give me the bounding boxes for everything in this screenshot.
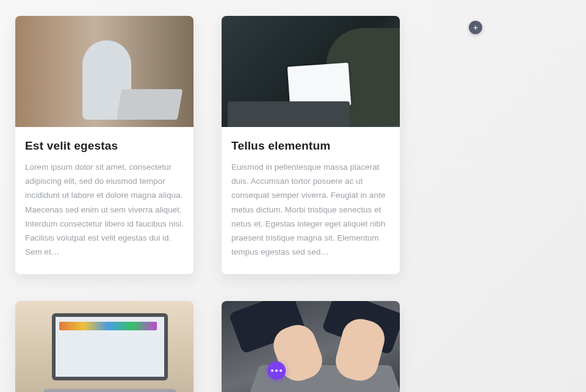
blog-card[interactable] [15,301,194,392]
card-title: Est velit egestas [25,139,184,153]
card-excerpt: Euismod in pellentesque massa placerat d… [231,160,390,260]
plus-icon: + [473,23,478,32]
add-button[interactable]: + [469,21,482,34]
more-button[interactable] [267,361,286,380]
card-excerpt: Lorem ipsum dolor sit amet, consectetur … [25,160,184,260]
card-image [222,301,400,392]
blog-card[interactable]: Est velit egestas Lorem ipsum dolor sit … [15,16,194,274]
more-icon [271,369,282,372]
card-body: Tellus elementum Euismod in pellentesque… [222,127,400,274]
card-title: Tellus elementum [231,139,390,153]
card-image [222,16,400,127]
card-image [15,301,194,392]
card-grid: Est velit egestas Lorem ipsum dolor sit … [0,0,586,392]
card-image [15,16,194,127]
blog-card[interactable]: Tellus elementum Euismod in pellentesque… [222,16,400,274]
card-body: Est velit egestas Lorem ipsum dolor sit … [15,127,194,274]
blog-card[interactable] [222,301,400,392]
